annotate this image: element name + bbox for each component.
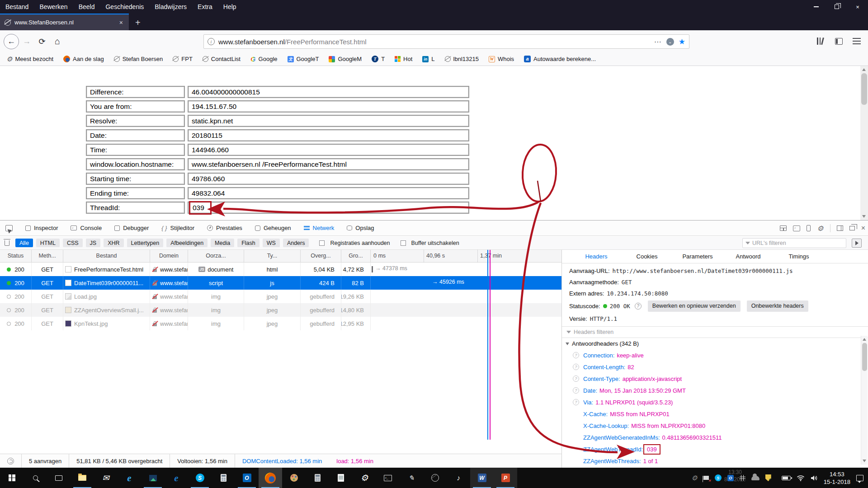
header-item[interactable]: ?X-Cache:MISS from NLPRXP01 (562, 408, 868, 420)
bookmark-t[interactable]: TT (372, 56, 385, 62)
taskbar-firefox-active[interactable] (259, 468, 282, 488)
taskbar-outlook[interactable]: O (235, 468, 259, 488)
tray-settings-icon[interactable]: ⚙ (691, 474, 697, 482)
menu-bestand[interactable]: Bestand (0, 3, 34, 10)
taskbar-browser[interactable] (423, 468, 447, 488)
headers-filter-box[interactable] (562, 326, 868, 338)
har-export-button[interactable] (852, 239, 862, 248)
taskbar-paint[interactable] (282, 468, 306, 488)
response-headers-section[interactable]: Antwoordheaders (342 B) (562, 338, 868, 349)
taskbar-clock[interactable]: 14:5315-1-2018 (824, 470, 850, 486)
request-row-5[interactable]: 200 GET KpnTekst.jpg www.stefanb... img … (0, 317, 561, 330)
bookmark-whois[interactable]: WWhois (489, 56, 514, 62)
taskbar-skype[interactable]: S (188, 468, 212, 488)
filter-css[interactable]: CSS (63, 239, 83, 247)
bookmark-autowaarde[interactable]: aAutowaarde berekene... (524, 56, 596, 62)
tab-geheugen[interactable]: Geheugen (249, 221, 297, 236)
action-center-icon[interactable] (856, 475, 863, 481)
menu-extra[interactable]: Extra (192, 3, 218, 10)
taskbar-media-player[interactable]: ♪ (447, 468, 470, 488)
checkbox-registraties-aanhouden[interactable] (319, 240, 325, 246)
filter-xhr[interactable]: XHR (104, 239, 123, 247)
header-item[interactable]: ?Via:1.1 NLPRXP01 (squid/3.5.23) (562, 396, 868, 408)
filter-afbeeldingen[interactable]: Afbeeldingen (166, 239, 208, 247)
bookmark-hot[interactable]: Hot (395, 56, 412, 62)
battery-icon[interactable] (782, 476, 791, 480)
collapse-twisty-icon[interactable] (566, 343, 569, 345)
bookmark-googlem[interactable]: GoogleM (329, 56, 362, 62)
tray-grid-icon[interactable] (740, 475, 745, 481)
taskbar-calculator-2[interactable] (306, 468, 329, 488)
header-item[interactable]: ?X-Cache-Lookup:MISS from NLPRXP01:8080 (562, 420, 868, 432)
taskbar-photos[interactable] (141, 468, 165, 488)
tab-debugger[interactable]: Debugger (108, 221, 155, 236)
browser-tab[interactable]: www.StefanBoersen.nl × (0, 14, 129, 30)
taskbar-internet-explorer[interactable]: e (118, 468, 141, 488)
header-help-icon[interactable]: ? (573, 352, 579, 358)
taskbar-search[interactable] (24, 468, 47, 488)
performance-analysis-icon[interactable] (0, 454, 22, 469)
header-item[interactable]: ?ZZAgentWebThreads:1 of 1 (562, 455, 868, 467)
header-help-icon[interactable]: ? (573, 399, 579, 405)
close-button[interactable]: × (847, 0, 868, 14)
tab-stijleditor[interactable]: { }Stijleditor (155, 221, 201, 236)
tab-opslag[interactable]: Opslag (340, 221, 380, 236)
clear-requests-icon[interactable] (5, 240, 9, 246)
edit-resend-button[interactable]: Bewerken en opnieuw verzenden (648, 300, 741, 312)
header-help-icon[interactable]: ? (573, 375, 579, 382)
dock-to-side-icon[interactable] (837, 225, 843, 231)
library-icon[interactable] (813, 33, 828, 49)
checkbox-buffer-uitschakelen[interactable] (401, 240, 406, 246)
bookmark-aan-de-slag[interactable]: Aan de slag (63, 56, 104, 62)
restore-button[interactable] (826, 0, 847, 14)
taskbar-word[interactable]: W (470, 468, 494, 488)
tab-timings[interactable]: Timings (774, 253, 824, 260)
header-help-icon[interactable]: ? (573, 387, 579, 394)
new-tab-button[interactable]: + (129, 15, 147, 30)
menu-bladwijzers[interactable]: Bladwijzers (149, 3, 192, 10)
taskbar-calculator[interactable] (212, 468, 235, 488)
pocket-icon[interactable]: ⌄ (666, 38, 674, 46)
forward-button[interactable]: → (19, 34, 34, 49)
request-row-4[interactable]: 200 GET ZZAgentOverviewSmall.j... www.st… (0, 303, 561, 317)
separate-window-icon[interactable] (849, 226, 855, 230)
onedrive-icon[interactable] (751, 476, 760, 480)
tab-headers[interactable]: Headers (571, 253, 622, 260)
tab-prestaties[interactable]: Prestaties (201, 221, 249, 236)
url-filter-box[interactable] (742, 238, 846, 248)
raw-headers-button[interactable]: Onbewerkte headers (747, 300, 808, 312)
taskbar-edge[interactable]: e (165, 468, 188, 488)
start-button[interactable] (0, 468, 24, 488)
filter-alle[interactable]: Alle (15, 239, 33, 247)
tab-netwerk[interactable]: Netwerk (297, 221, 341, 236)
filter-lettertypen[interactable]: Lettertypen (127, 239, 164, 247)
site-info-icon[interactable]: i (208, 38, 215, 45)
tab-cookies[interactable]: Cookies (622, 253, 672, 260)
bookmark-googlet[interactable]: 文GoogleT (288, 56, 319, 62)
filter-media[interactable]: Media (211, 239, 234, 247)
bookmark-stefan-boersen[interactable]: Stefan Boersen (114, 56, 163, 62)
minimize-button[interactable] (806, 0, 826, 14)
request-row-3[interactable]: 200 GET Load.jpg www.stefanb... img jpeg… (0, 290, 561, 303)
wifi-icon[interactable] (797, 475, 805, 481)
tab-inspector[interactable]: Inspector (19, 221, 64, 236)
sidebar-icon[interactable] (831, 33, 846, 49)
tab-antwoord[interactable]: Antwoord (723, 253, 774, 260)
header-item[interactable]: ?Connection:keep-alive (562, 349, 868, 361)
devtools-close-icon[interactable]: × (861, 224, 865, 232)
tray-skype-icon[interactable]: S (715, 474, 722, 481)
filter-js[interactable]: JS (86, 239, 101, 247)
header-item[interactable]: ?ZZAgentWebGeneratedInMs:0.4811365690332… (562, 432, 868, 443)
task-view-button[interactable] (47, 468, 71, 488)
bookmark-google[interactable]: GGoogle (250, 55, 278, 63)
hamburger-menu-icon[interactable] (849, 33, 864, 49)
back-button[interactable]: ← (4, 34, 19, 49)
request-row-2-selected[interactable]: 200 GET DateTimet039r00000011... www.ste… (0, 276, 561, 290)
tray-outlook-icon[interactable]: O (727, 475, 734, 481)
tray-flag-icon[interactable] (703, 476, 709, 480)
filter-flash[interactable]: Flash (237, 239, 259, 247)
bookmark-fpt[interactable]: FPT (173, 56, 193, 62)
taskbar-sketch[interactable]: ✎ (400, 468, 423, 488)
dock-layout-icon[interactable] (780, 225, 787, 231)
home-button[interactable]: ⌂ (50, 34, 65, 49)
